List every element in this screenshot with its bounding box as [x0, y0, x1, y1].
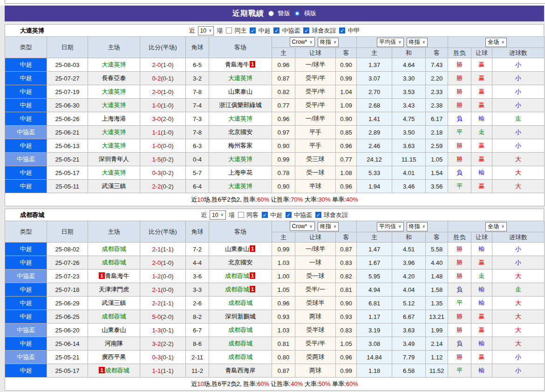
- league-checkbox-checked[interactable]: ✓: [315, 212, 321, 218]
- chevron-down-icon: ∨: [209, 28, 212, 33]
- chevron-down-icon: ∨: [309, 40, 313, 44]
- odds-cell: 1.08: [336, 166, 357, 180]
- match-row: 中超25-06-14河南隊3-2(2-2)8-6成都蓉城0.81受平/半1.05…: [5, 337, 545, 351]
- team-name-label: 大連英博: [20, 27, 44, 35]
- score-cell: 0-3(0-1): [140, 351, 186, 364]
- away-team-cell: 梅州客家: [209, 139, 272, 153]
- vertical-layout-label[interactable]: 豎版: [278, 9, 290, 18]
- odds-cell: 一/球半: [295, 243, 336, 256]
- home-team-link[interactable]: 河南隊: [105, 340, 123, 347]
- away-team-link[interactable]: 成都蓉城: [228, 299, 252, 306]
- result-cell: 輸: [471, 166, 492, 180]
- home-team-link[interactable]: 長春亞泰: [102, 74, 126, 81]
- score-cell: 1-1(1-0): [140, 126, 186, 139]
- column-header: 角球: [186, 37, 209, 58]
- sub-column-header: 让球: [295, 232, 336, 243]
- match-count-select[interactable]: 10∨: [198, 26, 214, 35]
- home-team-link[interactable]: 成都蓉城: [102, 259, 126, 266]
- away-team-link[interactable]: 大連英博: [228, 115, 252, 122]
- corner-cell: 3-3: [186, 283, 209, 297]
- league-checkbox-checked[interactable]: ✓: [262, 212, 268, 218]
- home-team-link[interactable]: 廣西平果: [102, 353, 126, 360]
- same-venue-checkbox-unchecked[interactable]: [238, 212, 244, 218]
- avg-source-select[interactable]: 平均值∨: [377, 222, 404, 231]
- avg-cell: 13.21: [426, 310, 448, 324]
- away-team-link[interactable]: 成都蓉城: [228, 326, 252, 333]
- same-venue-checkbox-unchecked[interactable]: [226, 27, 232, 34]
- half-score: (0-2): [161, 156, 173, 163]
- home-team-link[interactable]: 大連英博: [102, 61, 126, 68]
- avg-stage-select[interactable]: 终指∨: [407, 222, 428, 231]
- away-team-link[interactable]: 成都蓉城1: [225, 286, 256, 293]
- home-team-link[interactable]: 成都蓉城: [102, 313, 126, 320]
- scope-select[interactable]: 全场∨: [485, 222, 507, 231]
- away-team-link[interactable]: 成都蓉城1: [225, 272, 256, 279]
- home-team-link[interactable]: 大連英博: [102, 101, 126, 108]
- home-team-link[interactable]: 1青島海牛: [98, 272, 129, 279]
- home-team-link[interactable]: 深圳青年人: [99, 155, 129, 162]
- full-score: 2-1: [152, 286, 161, 293]
- away-team-link[interactable]: 成都蓉城: [228, 340, 252, 347]
- odds-source-select[interactable]: Crow*∨: [290, 222, 315, 231]
- away-team-link[interactable]: 山東泰山: [228, 88, 252, 95]
- horizontal-layout-label[interactable]: 橫版: [304, 9, 316, 18]
- result-cell: 勝: [448, 324, 471, 337]
- home-team-link[interactable]: 大連英博: [102, 142, 126, 149]
- away-team-link[interactable]: 深圳新鵬城: [225, 313, 256, 320]
- home-team-link[interactable]: 上海海港: [102, 115, 126, 122]
- league-checkbox-checked[interactable]: ✓: [250, 27, 256, 34]
- league-checkbox-checked[interactable]: ✓: [303, 27, 309, 34]
- column-header: 客场: [209, 37, 272, 58]
- odds-source-select[interactable]: Crow*∨: [290, 37, 315, 47]
- home-team-link[interactable]: 大連英博: [102, 88, 126, 95]
- horizontal-layout-radio[interactable]: [294, 11, 300, 16]
- away-team-link[interactable]: 青島海牛1: [225, 61, 256, 68]
- away-team-cell: 北京國安: [209, 256, 272, 270]
- date-cell: 25-06-13: [47, 139, 88, 153]
- away-team-link[interactable]: 青島西海岸: [225, 367, 256, 374]
- away-team-link[interactable]: 北京國安: [228, 128, 252, 135]
- unit-label: 場: [217, 27, 223, 35]
- odds-stage-select[interactable]: 终指∨: [318, 38, 339, 47]
- away-team-link[interactable]: 梅州客家: [228, 142, 252, 149]
- scope-select-value: 全场: [488, 38, 499, 46]
- avg-stage-select[interactable]: 终指∨: [407, 38, 428, 47]
- odds-cell: 受三球: [295, 153, 336, 166]
- away-team-link[interactable]: 山東泰山1: [225, 245, 256, 252]
- result-cell: 負: [448, 112, 471, 126]
- date-cell: 25-08-03: [47, 58, 88, 72]
- away-team-link[interactable]: 大連英博: [228, 182, 252, 189]
- away-team-link[interactable]: 大連英博: [228, 74, 252, 81]
- score-cell: 1-3(0-1): [140, 324, 186, 337]
- league-checkbox-checked[interactable]: ✓: [286, 212, 292, 218]
- team-sections: 大連英博近10∨場同主✓中超✓中協盃✓球會友誼✓中甲类型日期主场比分(半场)角球…: [5, 24, 544, 391]
- odds-cell: 0.87: [272, 72, 295, 85]
- away-team-link[interactable]: 大連英博: [228, 155, 252, 162]
- result-cell: 小: [492, 139, 545, 153]
- home-team-link[interactable]: 1成都蓉城: [98, 367, 129, 374]
- league-checkbox-checked[interactable]: ✓: [339, 27, 345, 34]
- home-team-link[interactable]: 武漢三鎮: [102, 182, 126, 189]
- home-team-link[interactable]: 武漢三鎮: [102, 299, 126, 306]
- away-team-link[interactable]: 北京國安: [228, 259, 252, 266]
- home-team-link[interactable]: 成都蓉城: [102, 245, 126, 252]
- odds-cell: 0.83: [336, 324, 357, 337]
- corner-cell: 7-8: [186, 85, 209, 99]
- league-checkbox-checked[interactable]: ✓: [273, 27, 279, 34]
- avg-source-select[interactable]: 平均值∨: [377, 38, 404, 47]
- vertical-layout-radio[interactable]: [268, 11, 274, 16]
- avg-cell: 5.12: [392, 297, 426, 310]
- away-team-link[interactable]: 成都蓉城: [228, 353, 252, 360]
- home-team-link[interactable]: 大連英博: [102, 128, 126, 135]
- home-team-link[interactable]: 大連英博: [102, 169, 126, 176]
- home-team-link[interactable]: 山東泰山: [102, 326, 126, 333]
- match-count-select[interactable]: 10∨: [210, 210, 226, 220]
- result-cell: 輸: [471, 112, 492, 126]
- scope-select[interactable]: 全场∨: [485, 38, 507, 47]
- away-team-link[interactable]: 浙江俱樂部綠城: [219, 101, 262, 108]
- match-count-select-value: 10: [200, 27, 206, 34]
- odds-stage-select[interactable]: 终指∨: [318, 222, 339, 231]
- sub-column-header: 客: [426, 48, 448, 58]
- home-team-link[interactable]: 天津津門虎: [99, 286, 129, 293]
- away-team-link[interactable]: 上海申花: [228, 169, 252, 176]
